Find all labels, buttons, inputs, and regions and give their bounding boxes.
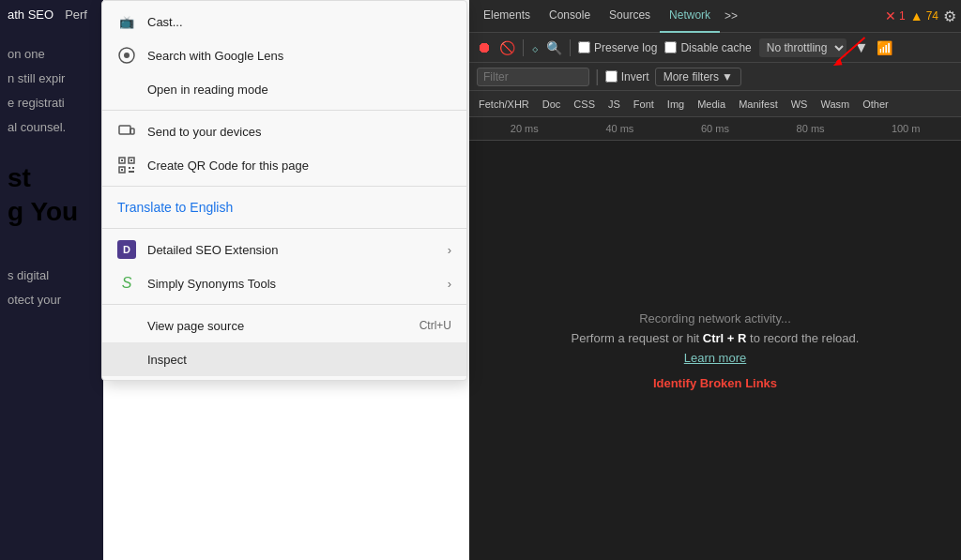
page-big-text-2: g You <box>8 195 96 229</box>
type-btn-manifest[interactable]: Manifest <box>733 94 784 114</box>
menu-label-view-source: View page source <box>147 319 244 333</box>
preserve-log-checkbox[interactable] <box>578 41 590 53</box>
more-filters-text: More filters <box>664 70 719 83</box>
record-icon[interactable]: ⏺ <box>477 39 492 56</box>
type-btn-ws[interactable]: WS <box>786 94 814 114</box>
timeline-mark-100: 100 m <box>858 123 953 134</box>
menu-label-send-devices: Send to your devices <box>147 125 261 139</box>
separator-2 <box>102 186 466 187</box>
menu-item-view-source[interactable]: View page source Ctrl+U <box>102 309 466 342</box>
warn-badge: ▲ 74 <box>910 8 938 23</box>
separator-3 <box>102 228 466 229</box>
menu-label-reading: Open in reading mode <box>147 83 268 97</box>
menu-item-cast[interactable]: 📺 Cast... <box>102 5 466 38</box>
devtools-main-content: Recording network activity... Perform a … <box>469 141 961 560</box>
type-btn-font[interactable]: Font <box>628 94 660 114</box>
svg-rect-3 <box>130 129 134 134</box>
toolbar-sep-2 <box>570 39 571 56</box>
error-x-icon: ✕ <box>885 8 896 23</box>
hint-prefix: Perform a request or hit <box>572 331 700 345</box>
timeline-mark-80: 80 ms <box>763 123 859 134</box>
separator-4 <box>102 304 466 305</box>
page-text-6: otect your <box>8 288 96 312</box>
timeline-mark-20: 20 ms <box>477 123 572 134</box>
seo-arrow-icon: › <box>448 243 451 257</box>
inspect-icon <box>117 350 136 369</box>
svg-rect-9 <box>121 169 123 171</box>
menu-label-qr: Create QR Code for this page <box>147 159 309 173</box>
type-btn-img[interactable]: Img <box>662 94 690 114</box>
invert-checkbox[interactable] <box>605 70 618 83</box>
menu-label-lens: Search with Google Lens <box>147 49 283 63</box>
type-btn-css[interactable]: CSS <box>568 94 601 114</box>
type-btn-xhr[interactable]: Fetch/XHR <box>473 94 535 114</box>
throttle-select[interactable]: No throttling <box>759 38 847 57</box>
type-btn-doc[interactable]: Doc <box>537 94 567 114</box>
menu-item-send-devices[interactable]: Send to your devices <box>102 114 466 148</box>
menu-label-synonyms: Simply Synonyms Tools <box>147 277 276 291</box>
menu-item-seo[interactable]: D Detailed SEO Extension › <box>102 233 466 266</box>
toolbar-sep-1 <box>523 39 524 56</box>
disable-cache-label: Disable cache <box>664 41 751 54</box>
tab-sources[interactable]: Sources <box>600 0 660 33</box>
cast-icon: 📺 <box>117 12 136 31</box>
svg-rect-5 <box>121 159 123 161</box>
page-text-4: al counsel. <box>8 115 96 140</box>
page-text-2: n still expir <box>8 67 96 91</box>
recording-hint: Perform a request or hit Ctrl + R to rec… <box>572 331 860 345</box>
separator-1 <box>102 110 466 111</box>
menu-item-reading-mode[interactable]: Open in reading mode <box>102 72 466 106</box>
menu-item-search-lens[interactable]: Search with Google Lens <box>102 38 466 72</box>
timeline-header: 20 ms 40 ms 60 ms 80 ms 100 m <box>469 117 961 141</box>
menu-label-seo: Detailed SEO Extension <box>147 243 278 257</box>
page-text-5: s digital <box>8 264 96 288</box>
menu-item-synonyms[interactable]: S Simply Synonyms Tools › <box>102 266 466 300</box>
wifi-icon: 📶 <box>877 40 892 55</box>
timeline-mark-60: 60 ms <box>667 123 763 134</box>
recording-text: Recording network activity... <box>639 311 791 325</box>
search-icon[interactable]: 🔍 <box>546 40 562 55</box>
timeline-marks: 20 ms 40 ms 60 ms 80 ms 100 m <box>477 123 953 134</box>
type-btn-js[interactable]: JS <box>603 94 626 114</box>
more-filters-arrow-icon: ▼ <box>722 70 733 83</box>
filter-sep: | <box>595 67 600 86</box>
tab-more[interactable]: >> <box>720 9 742 23</box>
menu-label-inspect: Inspect <box>147 353 187 367</box>
menu-item-inspect[interactable]: Inspect <box>102 342 466 376</box>
type-filter-bar: Fetch/XHR Doc CSS JS Font Img Media Mani… <box>469 91 961 117</box>
menu-item-qr-code[interactable]: Create QR Code for this page <box>102 148 466 182</box>
filter-input[interactable] <box>477 68 589 86</box>
qr-icon <box>117 156 136 174</box>
more-filters-button[interactable]: More filters ▼ <box>655 68 741 86</box>
settings-icon[interactable]: ⚙ <box>943 8 956 25</box>
disable-cache-checkbox[interactable] <box>664 41 677 53</box>
page-text-1: on one <box>8 42 96 67</box>
devtools-tabs-bar: Elements Console Sources Network >> ✕ 1 … <box>469 0 961 33</box>
tab-elements[interactable]: Elements <box>474 0 540 33</box>
svg-rect-2 <box>119 126 130 134</box>
devtools-filter-bar: | Invert More filters ▼ <box>469 63 961 91</box>
type-btn-wasm[interactable]: Wasm <box>815 94 855 114</box>
page-big-text-1: st <box>8 161 96 195</box>
page-text-3: e registrati <box>8 91 96 115</box>
devtools-panel: Elements Console Sources Network >> ✕ 1 … <box>469 0 961 560</box>
warn-triangle-icon: ▲ <box>910 8 923 23</box>
device-icon <box>117 122 136 141</box>
svg-rect-7 <box>130 159 132 161</box>
hint-key: Ctrl + R <box>703 331 747 345</box>
svg-point-1 <box>124 53 130 58</box>
synonyms-arrow-icon: › <box>448 277 451 291</box>
clear-icon[interactable]: 🚫 <box>499 40 515 55</box>
broken-links-link[interactable]: Identify Broken Links <box>653 376 777 390</box>
view-source-icon <box>117 316 136 335</box>
svg-rect-11 <box>132 167 134 169</box>
tab-console[interactable]: Console <box>540 0 600 33</box>
type-btn-media[interactable]: Media <box>692 94 731 114</box>
type-btn-other[interactable]: Other <box>857 94 894 114</box>
reading-icon <box>117 80 136 98</box>
tab-network[interactable]: Network <box>660 0 720 33</box>
filter-icon[interactable]: ⬦ <box>531 40 539 55</box>
synonyms-icon: S <box>117 274 136 293</box>
learn-more-link[interactable]: Learn more <box>684 351 746 365</box>
menu-item-translate[interactable]: Translate to English <box>102 190 466 224</box>
